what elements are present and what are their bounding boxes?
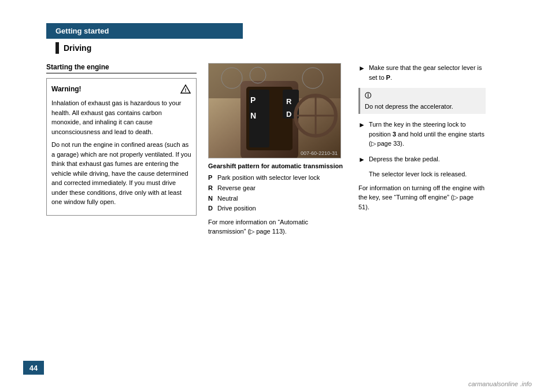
note-box: ⓘ Do not depress the accelerator. [358, 88, 486, 114]
svg-text:P: P [250, 95, 256, 105]
left-column: Starting the engine Warning! ! Inhalatio… [46, 63, 197, 236]
bullet-arrow-2: ► [358, 120, 365, 130]
gear-image: P N R D [208, 63, 341, 158]
gear-item-n: N Neutral [208, 194, 347, 204]
selector-released: The selector lever lock is released. [369, 171, 486, 177]
more-info: For more information on “Automatic trans… [208, 217, 347, 236]
image-ref: 007-60-2210-31 [301, 150, 338, 156]
right-column: ► Make sure that the gear selector lever… [358, 63, 486, 236]
warning-box: Warning! ! Inhalation of exhaust gas is … [46, 78, 197, 216]
bullet-item-1: ► Make sure that the gear selector lever… [358, 63, 486, 82]
watermark: carmanualsonline .info [468, 380, 532, 387]
for-info: For information on turning off the engin… [358, 183, 486, 212]
chapter-title: Getting started [56, 27, 109, 35]
warning-body: Inhalation of exhaust gas is hazardous t… [51, 98, 191, 207]
svg-text:R: R [286, 97, 292, 106]
page-number: 44 [23, 361, 44, 375]
bullet-text-2: Turn the key in the steering lock to pos… [369, 120, 486, 149]
bullet-item-3: ► Depress the brake pedal. [358, 154, 486, 165]
warning-label: Warning! [51, 85, 82, 93]
warning-triangle-icon: ! [180, 83, 191, 95]
bullet-text-1: Make sure that the gear selector lever i… [369, 63, 486, 82]
bullet-arrow-1: ► [358, 63, 365, 73]
gear-item-p: P Park position with selector lever lock [208, 173, 347, 183]
svg-text:D: D [286, 110, 291, 119]
gear-list: P Park position with selector lever lock… [208, 173, 347, 213]
bullet-item-2: ► Turn the key in the steering lock to p… [358, 120, 486, 149]
middle-column: P N R D [208, 63, 347, 236]
bullet-arrow-3: ► [358, 154, 365, 165]
section-title-text: Driving [64, 43, 91, 53]
section-title-bar: Driving [46, 39, 555, 57]
gear-item-r: R Reverse gear [208, 183, 347, 194]
svg-text:!: ! [185, 87, 187, 93]
car-interior-bg: P N R D [209, 64, 341, 158]
section-indicator [56, 42, 59, 54]
subsection-title: Starting the engine [46, 63, 197, 73]
chapter-header: Getting started [46, 23, 243, 39]
note-icon: ⓘ [365, 91, 481, 101]
main-content: Starting the engine Warning! ! Inhalatio… [46, 63, 555, 236]
bullet-text-3: Depress the brake pedal. [369, 154, 440, 164]
warning-header: Warning! ! [51, 83, 191, 95]
warning-para2: Do not run the engine in confined areas … [51, 140, 191, 207]
note-text: Do not depress the accelerator. [365, 103, 453, 110]
gear-item-d: D Drive position [208, 204, 347, 214]
svg-text:N: N [250, 111, 256, 120]
warning-para1: Inhalation of exhaust gas is hazardous t… [51, 98, 191, 136]
gear-caption: Gearshift pattern for automatic transmis… [208, 162, 347, 171]
